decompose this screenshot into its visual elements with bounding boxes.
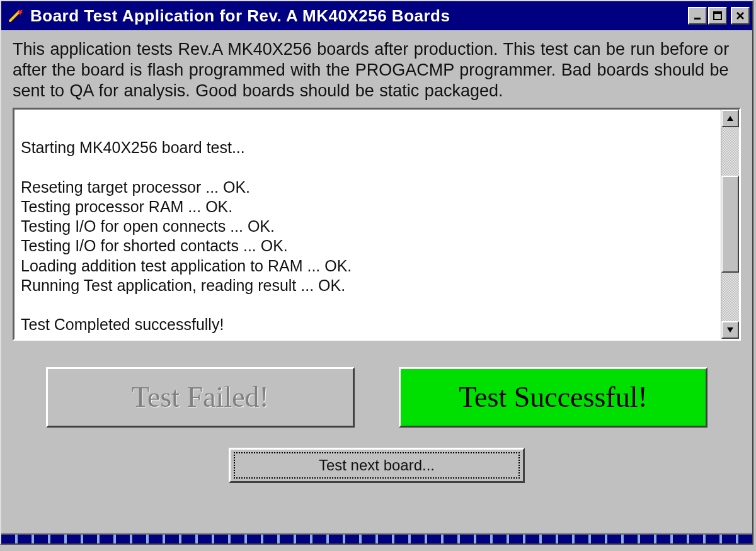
window-controls xyxy=(687,7,750,25)
scroll-track[interactable] xyxy=(721,127,739,321)
maximize-button[interactable] xyxy=(708,7,727,25)
svg-marker-1 xyxy=(17,9,23,16)
test-next-board-button[interactable]: Test next board... xyxy=(229,448,525,483)
status-row: Test Failed! Test Successful! xyxy=(13,367,741,428)
svg-marker-8 xyxy=(727,327,733,332)
log-scrollbar[interactable] xyxy=(721,110,739,339)
svg-line-0 xyxy=(10,12,19,21)
close-button[interactable] xyxy=(731,7,750,25)
svg-rect-4 xyxy=(714,12,721,14)
app-window: Board Test Application for Rev. A MK40X2… xyxy=(0,0,753,545)
scroll-thumb[interactable] xyxy=(721,176,739,273)
test-failed-label: Test Failed! xyxy=(132,380,269,414)
client-area: This application tests Rev.A MK40X256 bo… xyxy=(1,30,752,483)
window-title: Board Test Application for Rev. A MK40X2… xyxy=(30,6,687,26)
svg-marker-7 xyxy=(727,116,733,121)
app-wand-icon xyxy=(5,6,25,26)
bottom-decoration xyxy=(1,533,752,543)
next-row: Test next board... xyxy=(13,448,741,483)
test-failed-indicator: Test Failed! xyxy=(46,367,355,428)
log-output: Starting MK40X256 board test... Reseting… xyxy=(14,110,721,339)
description-text: This application tests Rev.A MK40X256 bo… xyxy=(13,39,741,101)
scroll-down-button[interactable] xyxy=(721,321,739,339)
test-successful-indicator: Test Successful! xyxy=(399,367,707,428)
svg-rect-2 xyxy=(694,18,701,20)
scroll-up-button[interactable] xyxy=(721,110,739,127)
title-bar: Board Test Application for Rev. A MK40X2… xyxy=(1,1,752,30)
test-next-board-label: Test next board... xyxy=(319,457,435,474)
minimize-button[interactable] xyxy=(688,7,707,25)
test-successful-label: Test Successful! xyxy=(459,380,648,414)
log-panel: Starting MK40X256 board test... Reseting… xyxy=(13,108,741,341)
